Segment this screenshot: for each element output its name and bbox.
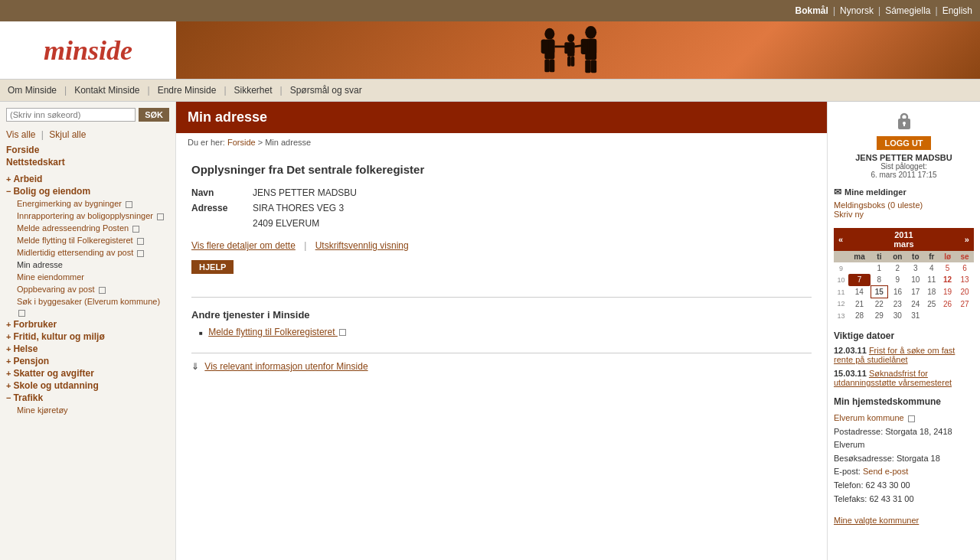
section-divider xyxy=(191,297,812,298)
sidebar-melde-adresse-posten[interactable]: Melde adresseendring Posten xyxy=(17,223,139,233)
sidebar-nettstedskart-link[interactable]: Nettstedskart xyxy=(6,157,65,168)
sidebar-category-forbruker-header[interactable]: + Forbruker xyxy=(6,319,169,330)
sidebar-skjul-alle[interactable]: Skjul alle xyxy=(49,129,86,140)
sidebar-item-nettstedskart: Nettstedskart xyxy=(6,157,169,168)
municipality-email-link[interactable]: Send e-post xyxy=(863,467,908,476)
calendar-prev[interactable]: « xyxy=(838,235,843,244)
sidebar-bolig-items: Energimerking av bygninger Innrapporteri… xyxy=(6,198,169,317)
sidebar-midlertidig[interactable]: Midlertidig ettersending av post xyxy=(17,248,144,257)
info-table: Navn JENS PETTER MADSBU Adresse SIRA THO… xyxy=(191,187,812,229)
sidebar-forside-link[interactable]: Forside xyxy=(6,145,39,155)
list-item: Mine eiendommer xyxy=(17,272,169,282)
sidebar-category-arbeid-header[interactable]: + Arbeid xyxy=(6,174,169,184)
sidebar-helse-label[interactable]: Helse xyxy=(13,343,38,354)
municipality-email-label: E-post: xyxy=(834,467,861,476)
sidebar-oppbevaring[interactable]: Oppbevaring av post xyxy=(17,285,106,294)
logout-box: LOGG UT JENS PETTER MADSBU Sist pålogget… xyxy=(834,108,974,179)
day-header-lo: lø xyxy=(939,251,956,262)
address-line1: SIRA THORES VEG 3 xyxy=(253,203,344,213)
svg-line-19 xyxy=(574,45,585,47)
sidebar-melde-flytting[interactable]: Melde flytting til Folkeregisteret xyxy=(17,236,144,245)
lang-samegiella[interactable]: Sámegiella xyxy=(885,5,930,16)
sidebar-energimerking[interactable]: Energimerking av bygninger xyxy=(17,199,132,208)
sidebar-forbruker-label[interactable]: Forbruker xyxy=(13,319,57,330)
link-print[interactable]: Utskriftsvennlig visning xyxy=(315,240,409,251)
sidebar-trafikk-items: Mine kjøretøy xyxy=(6,405,169,415)
svg-rect-11 xyxy=(571,57,575,67)
calendar-header: « 2011 mars » xyxy=(834,228,974,251)
lang-bokmal[interactable]: Bokmål xyxy=(795,5,828,16)
sidebar-category-trafikk-header[interactable]: − Trafikk xyxy=(6,392,169,403)
sidebar-mine-eiendommer[interactable]: Mine eiendommer xyxy=(17,272,84,282)
address-line2: 2409 ELVERUM xyxy=(191,218,812,229)
sidebar-sok-byggesaker[interactable]: Søk i byggesaker (Elverum kommune) xyxy=(17,297,160,317)
sidebar-innrapportering[interactable]: Innrapportering av boligopplysninger xyxy=(17,211,164,220)
nav-bar: Om Minside | Kontakt Minside | Endre Min… xyxy=(0,79,980,102)
banner-silhouette xyxy=(507,25,649,75)
sidebar-pensjon-label[interactable]: Pensjon xyxy=(13,356,49,366)
svg-rect-23 xyxy=(903,123,905,126)
external-icon xyxy=(18,310,25,317)
other-services: Andre tjenester i Minside Melde flytting… xyxy=(191,309,812,337)
search-input[interactable] xyxy=(6,108,136,122)
municipality-visit: Besøksadresse: Storgata 18 xyxy=(834,454,940,463)
sidebar-category-skatter-header[interactable]: + Skatter og avgifter xyxy=(6,368,169,379)
external-icon xyxy=(157,213,164,220)
write-new-link[interactable]: Skriv ny xyxy=(834,210,974,219)
nav-sikkerhet[interactable]: Sikkerhet xyxy=(234,85,273,96)
sidebar-vis-alle[interactable]: Vis alle xyxy=(6,129,35,140)
search-button[interactable]: SØK xyxy=(139,108,169,122)
nav-sporsmal[interactable]: Spørsmål og svar xyxy=(290,85,362,96)
nav-kontakt[interactable]: Kontakt Minside xyxy=(74,85,139,96)
sidebar-arbeid-label[interactable]: Arbeid xyxy=(13,174,42,184)
nav-endre[interactable]: Endre Minside xyxy=(158,85,217,96)
plus-icon-forbruker: + xyxy=(6,320,11,329)
calendar-today: 7 xyxy=(848,274,871,286)
sidebar-category-pensjon: + Pensjon xyxy=(6,356,169,366)
address-label: Adresse xyxy=(191,203,253,213)
logout-icon xyxy=(834,108,974,135)
sidebar-fritid-label[interactable]: Fritid, kultur og miljø xyxy=(13,331,104,342)
plus-icon-skatter: + xyxy=(6,369,11,378)
selected-municipalities-link[interactable]: Mine valgte kommuner xyxy=(834,516,919,525)
svg-rect-3 xyxy=(549,40,554,54)
lang-english[interactable]: English xyxy=(942,5,972,16)
other-services-item-0[interactable]: Melde flytting til Folkeregisteret xyxy=(208,327,346,337)
sidebar-category-skole-header[interactable]: + Skole og utdanning xyxy=(6,380,169,391)
svg-rect-5 xyxy=(550,60,554,73)
down-arrow-icon: ⇓ xyxy=(191,361,199,372)
plus-icon-skole: + xyxy=(6,381,11,390)
breadcrumb-current: Min adresse xyxy=(265,138,311,147)
list-item: Oppbevaring av post xyxy=(17,284,169,295)
day-header-fr: fr xyxy=(923,251,939,262)
table-row: 13 28 29 30 31 xyxy=(834,310,974,321)
sidebar-skole-label[interactable]: Skole og utdanning xyxy=(13,380,98,391)
breadcrumb-home[interactable]: Forside xyxy=(227,138,256,147)
municipality-name-link[interactable]: Elverum kommune xyxy=(834,413,915,422)
municipality: Min hjemstedskommune Elverum kommune Pos… xyxy=(834,396,974,506)
calendar-next[interactable]: » xyxy=(965,235,969,244)
help-button[interactable]: HJELP xyxy=(191,260,234,274)
sidebar-category-fritid-header[interactable]: + Fritid, kultur og miljø xyxy=(6,331,169,342)
lang-nynorsk[interactable]: Nynorsk xyxy=(840,5,874,16)
calendar-current: 15 xyxy=(871,286,887,298)
sidebar-category-forbruker: + Forbruker xyxy=(6,319,169,330)
external-link[interactable]: Vis relevant informasjon utenfor Minside xyxy=(204,361,368,372)
sidebar-mine-kjoretoy[interactable]: Mine kjøretøy xyxy=(17,405,68,415)
address-row: Adresse SIRA THORES VEG 3 xyxy=(191,203,812,213)
sidebar-category-helse-header[interactable]: + Helse xyxy=(6,343,169,354)
sidebar-trafikk-label[interactable]: Trafikk xyxy=(13,392,43,403)
messages-link[interactable]: Meldingsboks (0 uleste) xyxy=(834,200,974,210)
sidebar-skatter-label[interactable]: Skatter og avgifter xyxy=(13,368,93,379)
sidebar-min-adresse[interactable]: Min adresse xyxy=(17,260,63,269)
nav-om-minside[interactable]: Om Minside xyxy=(8,85,57,96)
week-num: 9 xyxy=(834,262,848,274)
right-sidebar: LOGG UT JENS PETTER MADSBU Sist pålogget… xyxy=(827,102,980,560)
logout-button[interactable]: LOGG UT xyxy=(877,136,930,150)
main-layout: SØK Vis alle | Skjul alle Forside Nettst… xyxy=(0,102,980,560)
sidebar-category-bolig-header[interactable]: − Bolig og eiendom xyxy=(6,186,169,197)
sidebar-category-pensjon-header[interactable]: + Pensjon xyxy=(6,356,169,366)
day-header-se: se xyxy=(956,251,974,262)
link-details[interactable]: Vis flere detaljer om dette xyxy=(191,240,296,251)
sidebar-bolig-label[interactable]: Bolig og eiendom xyxy=(13,186,90,197)
